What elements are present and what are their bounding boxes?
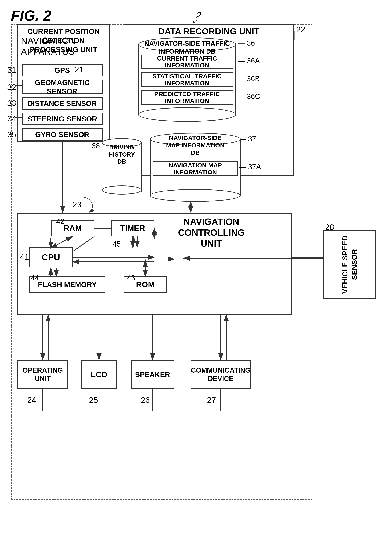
ref-38: 38 bbox=[92, 142, 100, 150]
ref-42: 42 bbox=[56, 217, 64, 225]
ref-25: 25 bbox=[89, 396, 98, 405]
cpu-box: CPU bbox=[29, 247, 73, 267]
flash-memory-box: FLASH MEMORY bbox=[29, 276, 105, 293]
ref-28: 28 bbox=[325, 223, 334, 232]
ref35-line bbox=[15, 133, 22, 133]
gps-box: GPS bbox=[22, 64, 103, 76]
cpd-title: CURRENT POSITIONDETECTIONPROCESSING UNIT bbox=[18, 27, 109, 54]
ref-33: 33 bbox=[7, 99, 16, 108]
ref-23: 23 bbox=[73, 200, 82, 209]
traffic-db-cylinder-bottom bbox=[138, 107, 236, 122]
dist-box: DISTANCE SENSOR bbox=[22, 97, 103, 110]
ref-36c: — 36C bbox=[238, 92, 260, 101]
figure-label: FIG. 2 bbox=[11, 7, 51, 24]
ref-37a: — 37A bbox=[239, 163, 261, 171]
ref32-line bbox=[15, 85, 22, 86]
ref-41: 41 bbox=[20, 253, 29, 261]
dh-db-cylinder-bottom bbox=[102, 186, 142, 195]
ncu-title: NAVIGATIONCONTROLLINGUNIT bbox=[178, 217, 245, 249]
ref34-line bbox=[15, 117, 22, 118]
ref-32: 32 bbox=[7, 83, 16, 92]
comm-device-box: COMMUNICATINGDEVICE bbox=[191, 360, 251, 389]
ref-35: 35 bbox=[7, 130, 16, 139]
speaker-box: SPEAKER bbox=[131, 360, 174, 389]
ref-45: 45 bbox=[113, 240, 121, 248]
map-db-title: NAVIGATOR-SIDEMAP INFORMATIONDB bbox=[150, 134, 241, 156]
ref-27: 27 bbox=[207, 396, 216, 405]
ref-37: — 37 bbox=[239, 135, 256, 143]
ref-36: — 36 bbox=[238, 39, 255, 47]
vss-label: VEHICLE SPEED SENSOR bbox=[340, 231, 359, 298]
ref-22: 22 bbox=[296, 25, 305, 34]
vss-box: VEHICLE SPEED SENSOR bbox=[323, 230, 376, 299]
timer-box: TIMER bbox=[111, 220, 154, 236]
ref-34: 34 bbox=[7, 114, 16, 123]
geo-box: GEOMAGNETICSENSOR bbox=[22, 80, 103, 94]
ref-36b: — 36B bbox=[238, 75, 260, 83]
operating-unit-box: OPERATINGUNIT bbox=[17, 360, 68, 389]
lcd-box: LCD bbox=[81, 360, 117, 389]
predicted-traffic-box: PREDICTED TRAFFICINFORMATION bbox=[141, 90, 233, 105]
dh-db-title: DRIVINGHISTORYDB bbox=[101, 144, 143, 165]
statistical-traffic-box: STATISTICAL TRAFFICINFORMATION bbox=[141, 72, 233, 87]
map-db-cylinder-bottom bbox=[150, 189, 241, 202]
nav-map-info-box: NAVIGATION MAPINFORMATION bbox=[153, 161, 238, 176]
current-traffic-box: CURRENT TRAFFICINFORMATION bbox=[141, 55, 233, 69]
ref-24: 24 bbox=[27, 396, 36, 405]
ref31-line bbox=[15, 67, 22, 67]
ref-44: 44 bbox=[31, 274, 39, 282]
steer-box: STEERING SENSOR bbox=[22, 113, 103, 125]
ref-43: 43 bbox=[127, 274, 135, 282]
traffic-db-title: NAVIGATOR-SIDE TRAFFICINFORMATION DB bbox=[138, 40, 236, 55]
gyro-box: GYRO SENSOR bbox=[22, 128, 103, 141]
ref33-line bbox=[15, 102, 22, 102]
ref-26: 26 bbox=[141, 396, 150, 405]
dru-title: DATA RECORDING UNIT bbox=[124, 26, 294, 36]
ref-36a: — 36A bbox=[238, 57, 260, 65]
